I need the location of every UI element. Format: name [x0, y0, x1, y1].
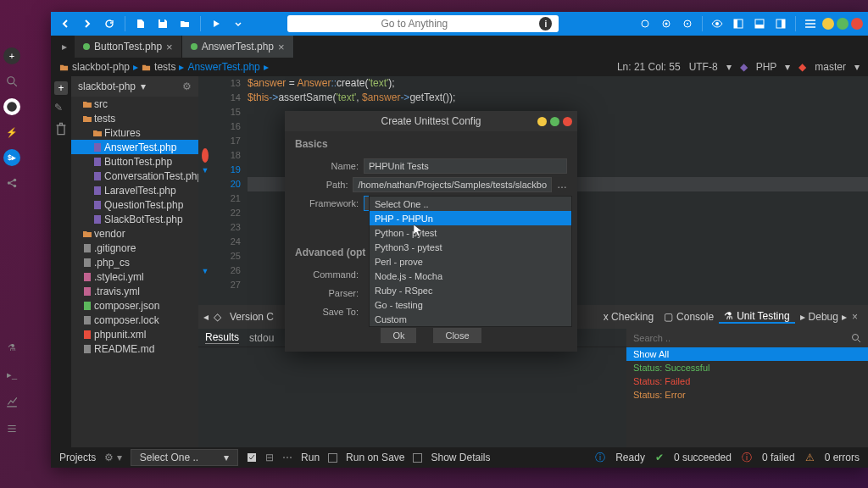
- side-dollar-icon[interactable]: $▸: [3, 149, 20, 166]
- pencil-icon[interactable]: ✎: [54, 102, 68, 115]
- tab-buttontest[interactable]: ButtonTest.php×: [75, 36, 182, 58]
- maximize-icon[interactable]: [837, 18, 849, 30]
- side-search-icon[interactable]: [3, 73, 20, 90]
- save-button[interactable]: [153, 14, 172, 33]
- close-icon[interactable]: ×: [852, 311, 858, 323]
- record-icon[interactable]: [636, 14, 654, 33]
- side-bolt-icon[interactable]: ⚡: [3, 124, 20, 141]
- showdetails-checkbox[interactable]: [413, 453, 422, 463]
- open-folder-button[interactable]: [175, 14, 194, 33]
- side-plus-icon[interactable]: +: [3, 47, 20, 64]
- filter-successful[interactable]: Status: Successful: [626, 361, 868, 374]
- refresh-button[interactable]: [100, 14, 119, 33]
- test-search-input[interactable]: [633, 333, 851, 343]
- tree-item[interactable]: LaravelTest.php: [71, 183, 198, 197]
- tree-item[interactable]: .styleci.yml: [71, 269, 198, 284]
- bc-project[interactable]: slackbot-php: [72, 61, 130, 73]
- tree-item[interactable]: SlackBotTest.php: [71, 212, 198, 226]
- side-chart-icon[interactable]: [3, 393, 20, 410]
- tree-item[interactable]: composer.lock: [71, 313, 198, 327]
- path-input[interactable]: /home/nathan/Projects/Samples/tests/slac…: [353, 177, 552, 192]
- config-select[interactable]: Select One ..▾: [131, 449, 238, 466]
- tree-item[interactable]: phpunit.xml: [71, 327, 198, 341]
- tablist-icon[interactable]: ▸: [54, 36, 75, 58]
- search-icon[interactable]: [851, 333, 861, 343]
- dialog-close-icon[interactable]: [563, 117, 572, 126]
- close-icon[interactable]: ×: [166, 41, 173, 53]
- dropdown-option[interactable]: PHP - PHPUn: [370, 211, 571, 225]
- tree-item[interactable]: AnswerTest.php: [71, 140, 198, 154]
- tab-debug[interactable]: ▸Debug▸×: [795, 311, 863, 323]
- gear-icon[interactable]: ⚙ ▾: [104, 452, 121, 463]
- chk-icon[interactable]: [247, 452, 257, 463]
- dropdown-option[interactable]: Python3 - pytest: [370, 240, 571, 254]
- goto-input[interactable]: [294, 18, 534, 30]
- record2-icon[interactable]: [657, 14, 676, 33]
- tree-item[interactable]: .gitignore: [71, 241, 198, 255]
- projects-label[interactable]: Projects: [59, 452, 96, 463]
- name-input[interactable]: PHPUnit Tests: [364, 158, 567, 174]
- filter-error[interactable]: Status: Error: [626, 388, 868, 402]
- tree-item[interactable]: vendor: [71, 226, 198, 241]
- encoding[interactable]: UTF-8: [689, 61, 718, 73]
- gear-icon[interactable]: ⚙: [182, 80, 192, 92]
- side-globe-icon[interactable]: [3, 98, 20, 115]
- tree-item[interactable]: src: [71, 97, 198, 111]
- tab-syntax[interactable]: x Checking: [598, 311, 659, 323]
- dots-icon[interactable]: ⋯: [282, 452, 292, 463]
- menu-icon[interactable]: [801, 14, 820, 33]
- dropdown-option[interactable]: Node.js - Mocha: [370, 269, 571, 283]
- run-button[interactable]: Run: [301, 452, 320, 463]
- bc-tests[interactable]: tests: [154, 61, 175, 73]
- test-search[interactable]: [626, 329, 868, 347]
- filter-failed[interactable]: Status: Failed: [626, 374, 868, 388]
- tab-version-control[interactable]: Version C: [226, 311, 277, 323]
- back-button[interactable]: [56, 14, 75, 33]
- runonsave-checkbox[interactable]: [328, 453, 337, 463]
- subtab-results[interactable]: Results: [205, 331, 239, 344]
- dropdown-option[interactable]: Go - testing: [370, 297, 571, 312]
- tree-item[interactable]: README.md: [71, 341, 198, 356]
- tree-item[interactable]: .travis.yml: [71, 284, 198, 298]
- side-share-icon[interactable]: [3, 175, 20, 191]
- dropdown-option[interactable]: Python - pytest: [370, 225, 571, 240]
- tree-item[interactable]: Fixtures: [71, 125, 198, 140]
- layout3-icon[interactable]: [771, 14, 790, 33]
- close-button[interactable]: Close: [433, 328, 481, 343]
- layout1-icon[interactable]: [729, 14, 748, 33]
- branch[interactable]: master: [815, 61, 846, 73]
- trash-icon[interactable]: [54, 122, 68, 136]
- side-flask-icon[interactable]: ⚗: [3, 339, 20, 356]
- new-file-button[interactable]: [131, 14, 150, 33]
- forward-button[interactable]: [78, 14, 97, 33]
- tree-item[interactable]: ConversationTest.php: [71, 169, 198, 183]
- tab-console[interactable]: ▢Console: [659, 311, 719, 323]
- chevron-left-icon[interactable]: ◂: [203, 311, 209, 323]
- explorer-header[interactable]: slackbot-php▾ ⚙: [71, 76, 198, 97]
- tree-item[interactable]: QuestionTest.php: [71, 197, 198, 212]
- dialog-max-icon[interactable]: [550, 117, 559, 126]
- tree-item[interactable]: tests: [71, 111, 198, 125]
- target-icon[interactable]: [678, 14, 697, 33]
- filter-show-all[interactable]: Show All: [626, 347, 868, 361]
- dropdown-option[interactable]: Custom: [370, 312, 571, 326]
- play-dropdown[interactable]: [229, 14, 248, 33]
- minimize-icon[interactable]: [822, 18, 834, 30]
- tab-unit-testing[interactable]: ⚗Unit Testing: [719, 310, 794, 324]
- tree-item[interactable]: ButtonTest.php: [71, 154, 198, 169]
- dialog-min-icon[interactable]: [537, 117, 547, 126]
- close-window-icon[interactable]: [851, 18, 863, 30]
- layout2-icon[interactable]: [750, 14, 769, 33]
- ok-button[interactable]: Ok: [381, 328, 416, 343]
- minus-icon[interactable]: ⊟: [265, 452, 274, 463]
- language[interactable]: PHP: [756, 61, 777, 73]
- plus-icon[interactable]: +: [54, 81, 68, 95]
- dropdown-option[interactable]: Perl - prove: [370, 254, 571, 269]
- eye-icon[interactable]: [708, 14, 726, 33]
- subtab-stdout[interactable]: stdou: [249, 332, 274, 344]
- side-cli-icon[interactable]: ▸_: [3, 366, 20, 383]
- dropdown-option[interactable]: Ruby - RSpec: [370, 283, 571, 297]
- goto-search[interactable]: i: [287, 15, 559, 32]
- bc-file[interactable]: AnswerTest.php: [187, 61, 259, 73]
- browse-button[interactable]: …: [557, 179, 567, 191]
